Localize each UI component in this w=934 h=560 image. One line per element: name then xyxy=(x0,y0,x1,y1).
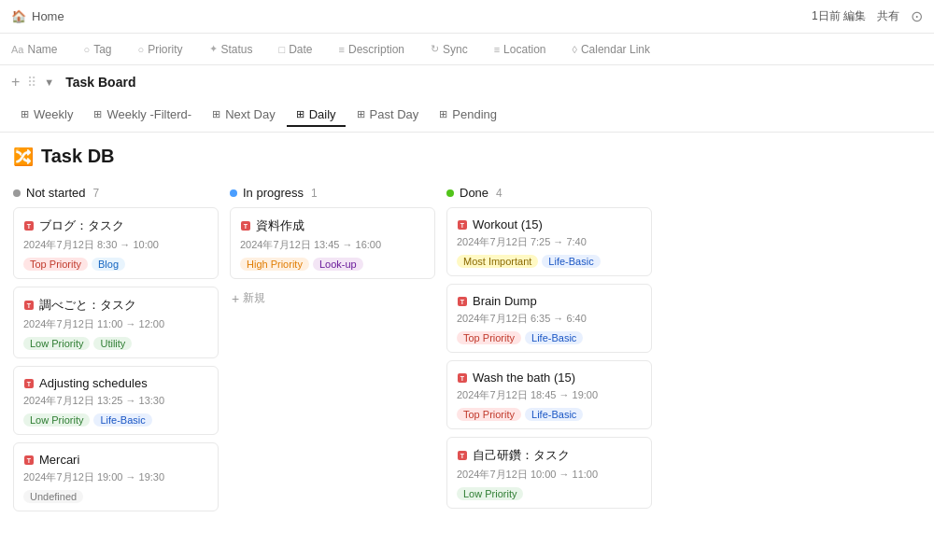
card-title: T自己研鑽：タスク xyxy=(457,447,642,464)
share-label[interactable]: 共有 xyxy=(877,8,899,24)
page-header: 🔀 Task DB xyxy=(0,133,934,175)
list-item[interactable]: Top Priority xyxy=(23,258,88,271)
more-icon[interactable]: ⊙ xyxy=(911,7,923,25)
col-header-date-label: Date xyxy=(289,43,312,56)
list-item[interactable]: Low Priority xyxy=(23,337,90,350)
list-item[interactable]: Blog xyxy=(92,258,125,271)
list-item[interactable]: Undefined xyxy=(23,490,83,503)
tab-pending[interactable]: ⊞ Pending xyxy=(430,104,506,127)
list-item[interactable]: Life-Basic xyxy=(93,413,151,427)
weekly-tab-icon: ⊞ xyxy=(21,108,29,120)
col-header-row-in-progress: In progress1 xyxy=(230,182,435,207)
tab-daily-label: Daily xyxy=(309,107,336,121)
col-title-done: Done xyxy=(460,186,488,200)
table-row[interactable]: TWorkout (15)2024年7月12日 7:25 → 7:40Most … xyxy=(446,207,652,276)
table-row[interactable]: TAdjusting schedules2024年7月12日 13:25 → 1… xyxy=(13,366,219,435)
name-icon: Aa xyxy=(11,44,23,55)
card-title-text: Mercari xyxy=(39,453,79,467)
add-new-label: 新規 xyxy=(243,290,265,306)
col-header-status[interactable]: ✦ Status xyxy=(196,43,266,56)
card-title-icon: T xyxy=(23,220,35,231)
card-tags: Top PriorityLife-Basic xyxy=(457,331,642,344)
board-col-not-started: Not started7Tブログ：タスク2024年7月12日 8:30 → 10… xyxy=(13,182,219,548)
list-item[interactable]: Utility xyxy=(93,337,132,350)
col-header-name[interactable]: Aa Name xyxy=(11,43,70,56)
tab-weekly-filtered[interactable]: ⊞ Weekly -Filterd- xyxy=(84,104,201,127)
table-row[interactable]: T資料作成2024年7月12日 13:45 → 16:00High Priori… xyxy=(230,207,435,279)
col-header-description-label: Description xyxy=(348,43,404,56)
date-icon: □ xyxy=(279,44,286,55)
list-item[interactable]: Life-Basic xyxy=(542,255,600,268)
svg-text:T: T xyxy=(460,375,465,382)
tab-past-day[interactable]: ⊞ Past Day xyxy=(347,104,429,127)
add-button[interactable]: + xyxy=(11,74,20,91)
add-new-button[interactable]: +新規 xyxy=(230,287,435,310)
collapse-icon[interactable]: ▼ xyxy=(44,77,54,88)
list-item[interactable]: Life-Basic xyxy=(525,408,583,421)
column-headers: Aa Name ○ Tag ○ Priority ✦ Status □ Date… xyxy=(0,34,934,65)
svg-text:T: T xyxy=(460,222,465,229)
list-item[interactable]: Look-up xyxy=(313,258,363,271)
list-item[interactable]: Top Priority xyxy=(457,408,521,421)
col-header-description[interactable]: ≡ Description xyxy=(326,43,417,56)
list-item[interactable]: High Priority xyxy=(240,258,309,271)
col-header-callink[interactable]: ◊ Calendar Link xyxy=(559,43,662,56)
toolbar: + ⠿ ▼ Task Board xyxy=(0,65,934,99)
card-date: 2024年7月12日 18:45 → 19:00 xyxy=(457,388,642,402)
tab-daily[interactable]: ⊞ Daily xyxy=(287,104,346,127)
card-tags: Most ImportantLife-Basic xyxy=(457,255,642,268)
col-header-sync[interactable]: ↻ Sync xyxy=(417,43,481,56)
card-title-icon: T xyxy=(23,300,35,311)
table-row[interactable]: Tブログ：タスク2024年7月12日 8:30 → 10:00Top Prior… xyxy=(13,207,219,279)
card-title-icon: T xyxy=(23,455,35,466)
card-title-text: 調べごと：タスク xyxy=(39,297,136,314)
view-tabs: ⊞ Weekly ⊞ Weekly -Filterd- ⊞ Next Day ⊞… xyxy=(0,99,934,133)
col-header-tag[interactable]: ○ Tag xyxy=(70,43,124,56)
list-item[interactable]: Low Priority xyxy=(23,413,90,427)
table-row[interactable]: TBrain Dump2024年7月12日 6:35 → 6:40Top Pri… xyxy=(446,284,652,353)
priority-icon: ○ xyxy=(138,44,145,55)
card-tags: High PriorityLook-up xyxy=(240,258,425,271)
top-bar: 🏠 Home 1日前 編集 共有 ⊙ xyxy=(0,0,934,34)
col-title-in-progress: In progress xyxy=(243,186,304,200)
list-item[interactable]: Top Priority xyxy=(457,331,521,344)
list-item[interactable]: Low Priority xyxy=(457,487,523,500)
drag-handle[interactable]: ⠿ xyxy=(27,75,36,90)
card-title: Tブログ：タスク xyxy=(23,217,208,234)
board: Not started7Tブログ：タスク2024年7月12日 8:30 → 10… xyxy=(0,175,934,555)
home-label[interactable]: Home xyxy=(32,9,64,23)
weekly-filtered-icon: ⊞ xyxy=(93,108,102,120)
pending-icon: ⊞ xyxy=(439,108,447,120)
list-item[interactable]: Life-Basic xyxy=(525,331,583,344)
board-col-in-progress: In progress1T資料作成2024年7月12日 13:45 → 16:0… xyxy=(230,182,435,548)
tab-weekly[interactable]: ⊞ Weekly xyxy=(11,104,82,127)
table-row[interactable]: T自己研鑽：タスク2024年7月12日 10:00 → 11:00Low Pri… xyxy=(446,437,652,509)
tab-pending-label: Pending xyxy=(452,107,497,121)
table-row[interactable]: T調べごと：タスク2024年7月12日 11:00 → 12:00Low Pri… xyxy=(13,287,219,358)
card-date: 2024年7月12日 8:30 → 10:00 xyxy=(23,238,208,252)
table-row[interactable]: TWash the bath (15)2024年7月12日 18:45 → 19… xyxy=(446,360,652,429)
col-header-location[interactable]: ≡ Location xyxy=(481,43,559,56)
status-dot-not-started xyxy=(13,189,21,197)
table-row[interactable]: TMercari2024年7月12日 19:00 → 19:30Undefine… xyxy=(13,442,219,511)
tab-past-day-label: Past Day xyxy=(370,107,419,121)
card-title: T資料作成 xyxy=(240,217,425,234)
home-icon: 🏠 xyxy=(11,9,26,23)
card-title: TWash the bath (15) xyxy=(457,371,642,385)
past-day-icon: ⊞ xyxy=(357,108,365,120)
list-item[interactable]: Most Important xyxy=(457,255,538,268)
card-title-icon: T xyxy=(240,220,251,231)
col-header-priority-label: Priority xyxy=(148,43,182,56)
callink-icon: ◊ xyxy=(572,44,576,55)
tab-next-day[interactable]: ⊞ Next Day xyxy=(203,104,284,127)
col-header-priority[interactable]: ○ Priority xyxy=(125,43,196,56)
edit-label[interactable]: 1日前 編集 xyxy=(812,8,866,24)
page-title: Task DB xyxy=(41,146,115,167)
sync-icon: ↻ xyxy=(431,43,439,55)
col-header-date[interactable]: □ Date xyxy=(266,43,326,56)
card-title-icon: T xyxy=(457,450,468,461)
card-date: 2024年7月12日 19:00 → 19:30 xyxy=(23,470,208,484)
card-date: 2024年7月12日 11:00 → 12:00 xyxy=(23,317,208,331)
col-header-callink-label: Calendar Link xyxy=(581,43,650,56)
svg-text:T: T xyxy=(244,223,248,230)
